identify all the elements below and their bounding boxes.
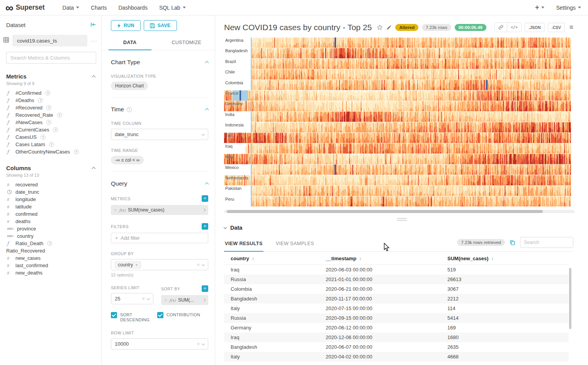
settings-menu[interactable]: Settings <box>556 5 581 11</box>
add-filter-plus-button[interactable]: + <box>202 223 208 230</box>
add-filter-box[interactable]: + Add filter <box>111 233 208 243</box>
new-item-menu[interactable]: + <box>535 3 545 12</box>
metric-item[interactable]: ƒ#NewCases? <box>0 119 101 126</box>
sort-descending-checkbox[interactable]: SORT DESCENDING <box>111 312 148 322</box>
sort-icon[interactable]: ▲▼ <box>359 257 361 261</box>
copy-link-button[interactable] <box>495 23 507 32</box>
series-limit-select[interactable]: 25 × <box>111 293 153 304</box>
metric-item[interactable]: ƒ#Recovered? <box>0 104 101 111</box>
collapse-section-icon[interactable] <box>205 108 209 112</box>
remove-metric-icon[interactable]: × <box>114 208 117 213</box>
dataset-more-icon[interactable]: ··· <box>90 38 98 44</box>
contribution-checkbox[interactable]: CONTRIBUTION <box>157 312 200 322</box>
metric-item[interactable]: ƒ#CurrentCases? <box>0 126 101 133</box>
nav-item-data[interactable]: Data <box>63 5 80 11</box>
chart-horizontal-scrollbar[interactable] <box>224 210 575 213</box>
nav-item-dashboards[interactable]: Dashboards <box>118 5 148 11</box>
tab-customize[interactable]: CUSTOMIZE <box>158 36 215 50</box>
sort-icon[interactable]: ▲▼ <box>252 257 254 261</box>
metric-item[interactable]: ƒOtherCountryNewCases? <box>0 148 101 155</box>
column-item[interactable]: ƒRatio_Death? <box>0 240 101 247</box>
run-button[interactable]: RUN <box>111 20 141 31</box>
chart-menu-icon[interactable]: ≡ <box>569 24 573 31</box>
favorite-star-icon[interactable] <box>377 24 383 31</box>
copy-data-icon[interactable] <box>510 240 515 246</box>
download-csv-button[interactable]: .CSV <box>548 23 565 32</box>
column-item[interactable]: Ratio_Recovered <box>0 247 101 254</box>
column-item[interactable]: #new_cases <box>0 254 101 262</box>
sort-by-pill[interactable]: × ƒ(x) SUM(... <box>161 295 208 305</box>
row-limit-select[interactable]: 10000 × <box>111 338 208 350</box>
horizon-chart-canvas[interactable] <box>224 38 571 207</box>
remove-sort-icon[interactable]: × <box>164 298 167 303</box>
collapse-section-icon[interactable] <box>205 182 209 186</box>
column-item[interactable]: date_trunc <box>0 188 101 196</box>
column-item[interactable]: #last_confirmed <box>0 262 101 269</box>
collapse-data-icon[interactable] <box>224 226 227 229</box>
chevron-right-icon[interactable] <box>202 298 206 302</box>
clear-select-icon[interactable]: × <box>197 341 200 346</box>
edit-title-icon[interactable] <box>386 25 392 30</box>
column-item[interactable]: ABCcountry <box>0 232 101 240</box>
remove-tag-icon[interactable]: × <box>135 263 138 267</box>
add-metric-button[interactable]: + <box>202 195 208 202</box>
download-json-button[interactable]: .JSON <box>525 23 545 32</box>
column-item[interactable]: #confirmed <box>0 210 101 218</box>
add-sort-button[interactable]: + <box>202 285 208 292</box>
dataset-name[interactable]: covid19.cases_ts <box>12 35 87 46</box>
column-item[interactable]: #recovered <box>0 181 101 188</box>
nav-item-charts[interactable]: Charts <box>91 5 107 11</box>
metrics-columns-search-input[interactable] <box>6 52 96 64</box>
numeric-type-icon: # <box>7 271 13 275</box>
embed-code-button[interactable]: </> <box>507 23 521 32</box>
time-column-select[interactable]: date_trunc <box>111 129 208 140</box>
tab-view-results[interactable]: VIEW RESULTS <box>224 237 263 251</box>
nav-item-sql-lab[interactable]: SQL Lab <box>159 5 186 11</box>
scrollbar-thumb[interactable] <box>227 210 543 213</box>
metric-item[interactable]: ƒRecovered_Rate? <box>0 111 101 119</box>
column-header-sum-new-cases-[interactable]: SUM(new_cases)▲▼ <box>441 252 569 265</box>
viz-type-value[interactable]: Horizon Chart <box>111 82 148 90</box>
save-button[interactable]: SAVE <box>144 20 177 31</box>
column-item[interactable]: #longitude <box>0 196 101 203</box>
superset-logo-icon[interactable]: ∞ <box>5 2 13 13</box>
results-search-input[interactable] <box>520 237 573 248</box>
tab-view-samples[interactable]: VIEW SAMPLES <box>275 237 315 251</box>
results-vertical-scrollbar[interactable] <box>569 268 571 329</box>
metric-item[interactable]: ƒCasesUS? <box>0 133 101 141</box>
tab-data[interactable]: DATA <box>102 36 158 50</box>
chevron-right-icon[interactable] <box>202 208 206 211</box>
time-range-value[interactable]: -∞ ≤ col < ∞ <box>111 156 144 164</box>
settings-label: Settings <box>556 5 576 11</box>
column-header--timestamp[interactable]: __timestamp▲▼ <box>319 252 441 265</box>
checkbox-checked-icon <box>111 312 117 318</box>
column-item[interactable]: #deaths <box>0 218 101 225</box>
table-cell: 2020-06-21 00:00:00 <box>319 284 441 294</box>
column-header-country[interactable]: country▲▼ <box>224 252 319 265</box>
altered-badge[interactable]: Altered <box>395 24 418 31</box>
explore-main: New COVID19 cases by country - Top 25 Al… <box>215 15 588 365</box>
column-item[interactable]: #latitude <box>0 203 101 210</box>
dataset-panel: Dataset covid19.cases_ts ··· Metrics Sho… <box>0 15 102 365</box>
metric-item[interactable]: ƒ#Confirmed? <box>0 89 101 97</box>
collapse-section-icon[interactable] <box>205 61 209 65</box>
nav-item-label: Dashboards <box>118 5 148 11</box>
brand-name[interactable]: Superset <box>16 3 45 12</box>
collapse-columns-icon[interactable] <box>92 167 96 171</box>
column-item[interactable]: ABCprovince <box>0 225 101 232</box>
metric-item[interactable]: ƒ#Deaths? <box>0 97 101 104</box>
collapse-dataset-panel-icon[interactable] <box>90 22 96 29</box>
group-by-select[interactable]: country × × <box>111 259 208 270</box>
fx-icon: ƒ(x) <box>170 298 176 302</box>
collapse-metrics-icon[interactable] <box>92 75 96 79</box>
panel-resize-handle[interactable] <box>397 218 407 221</box>
sort-icon[interactable]: ▲▼ <box>491 257 493 261</box>
metric-item[interactable]: ƒCases Latam? <box>0 141 101 148</box>
column-item[interactable]: #new_deaths <box>0 269 101 276</box>
metric-label: Recovered_Rate <box>15 112 53 118</box>
group-by-hint: 12 option(s) <box>111 273 208 277</box>
metric-pill[interactable]: × ƒ(x) SUM(new_cases) <box>111 205 208 215</box>
column-label: last_confirmed <box>15 263 48 268</box>
clear-select-icon[interactable]: × <box>142 296 145 301</box>
clear-select-icon[interactable]: × <box>197 262 200 267</box>
